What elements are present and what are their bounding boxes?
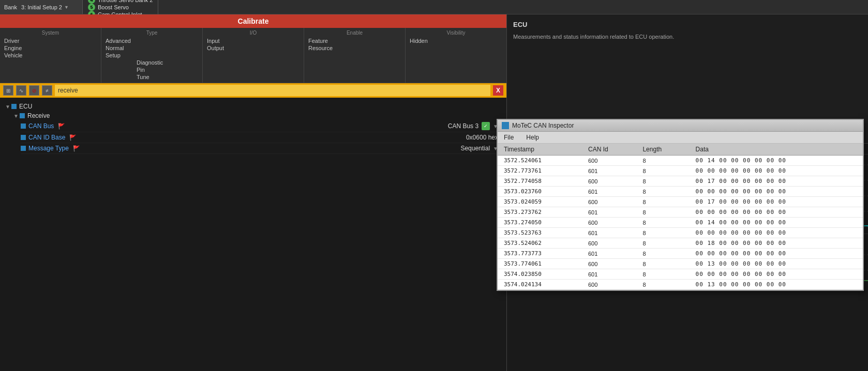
filter-diagnostic[interactable]: Diagnostic	[137, 59, 198, 66]
table-row[interactable]: 3574.023850 601 8 00 00 00 00 00 00 00 0…	[498, 269, 863, 280]
filter-normal[interactable]: Normal	[106, 44, 198, 52]
filter-driver[interactable]: Driver	[4, 37, 97, 44]
bank-dropdown[interactable]: Bank 3: Initial Setup 2 ▼	[0, 0, 83, 14]
type-header: Type	[106, 30, 198, 36]
cell-length-12: 8	[636, 280, 689, 290]
message-type-value: Sequential	[460, 145, 490, 152]
cell-timestamp-0: 3572.524061	[498, 156, 582, 166]
cell-data-1: 00 00 00 00 00 00 00 00	[690, 166, 863, 176]
col-timestamp: Timestamp	[498, 144, 582, 156]
filter-hidden[interactable]: Hidden	[410, 37, 502, 44]
filter-row: System Driver Engine Vehicle Type Advanc…	[0, 28, 506, 83]
receive-tree-icon	[20, 113, 25, 118]
cell-length-9: 8	[636, 249, 689, 259]
tree-row-can-id-base[interactable]: CAN ID Base 🚩 0x0600 hex	[21, 132, 502, 143]
col-can-id: CAN Id	[582, 144, 636, 156]
receive-label: Receive	[27, 112, 50, 119]
cell-timestamp-1: 3572.773761	[498, 166, 582, 176]
dropdown-value: 3: Initial Setup 2	[21, 4, 62, 10]
filter-enable: Enable Feature Resource	[304, 28, 406, 83]
cell-canid-8: 600	[582, 238, 636, 249]
ecu-panel-description: Measurements and status information rela…	[513, 33, 862, 41]
table-row[interactable]: 3573.774061 600 8 00 13 00 00 00 00 00 0…	[498, 259, 863, 269]
ecu-label: ECU	[19, 103, 32, 110]
table-row[interactable]: 3573.524062 600 8 00 18 00 00 00 00 00 0…	[498, 238, 863, 249]
filter-feature[interactable]: Feature	[308, 37, 401, 44]
filter-output[interactable]: Output	[207, 44, 300, 52]
tree-row-message-type[interactable]: Message Type 🚩 Sequential ▼	[21, 143, 502, 154]
visibility-header: Visibility	[410, 30, 502, 36]
table-row[interactable]: 3574.024134 600 8 00 13 00 00 00 00 00 0…	[498, 280, 863, 290]
cell-timestamp-12: 3574.024134	[498, 280, 582, 290]
table-row[interactable]: 3573.024059 600 8 00 17 00 00 00 00 00 0…	[498, 197, 863, 207]
can-bus-label[interactable]: CAN Bus	[28, 122, 54, 130]
tree-area: ▼ ECU ▼ Receive CAN Bus	[0, 98, 506, 371]
cell-canid-12: 600	[582, 280, 636, 290]
search-input[interactable]	[55, 85, 490, 96]
tree-row-right3: Sequential ▼	[460, 145, 498, 152]
top-nav: Bank 3: Initial Setup 2 ▼ 2Throttle Peda…	[0, 0, 868, 14]
table-row[interactable]: 3572.524061 600 8 00 14 00 00 00 00 00 0…	[498, 156, 863, 166]
enable-header: Enable	[308, 30, 401, 36]
filter-setup[interactable]: Setup	[106, 52, 198, 59]
can-inspector-titlebar: MoTeC CAN Inspector	[498, 120, 863, 132]
cell-timestamp-5: 3573.273762	[498, 207, 582, 218]
dropdown-arrow-icon: ▼	[64, 5, 69, 10]
table-row[interactable]: 3573.773773 601 8 00 00 00 00 00 00 00 0…	[498, 249, 863, 259]
can-id-base-label[interactable]: CAN ID Base	[28, 134, 65, 141]
cell-canid-9: 601	[582, 249, 636, 259]
cell-data-0: 00 14 00 00 00 00 00 00	[690, 156, 863, 166]
cell-length-3: 8	[636, 187, 689, 197]
table-row[interactable]: 3572.773761 601 8 00 00 00 00 00 00 00 0…	[498, 166, 863, 176]
can-inspector-menubar: File Help	[498, 132, 863, 144]
nav-tab-boost-servo[interactable]: 5Boost Servo	[83, 4, 158, 11]
cell-timestamp-3: 3573.023760	[498, 187, 582, 197]
filter-input[interactable]: Input	[207, 37, 300, 44]
cell-data-12: 00 13 00 00 00 00 00 00	[690, 280, 863, 290]
can-bus-status: ✓	[482, 122, 490, 130]
table-row[interactable]: 3573.273762 601 8 00 00 00 00 00 00 00 0…	[498, 207, 863, 218]
ecu-tree-icon	[11, 104, 17, 109]
filter-resource[interactable]: Resource	[308, 44, 401, 52]
cell-canid-3: 601	[582, 187, 636, 197]
table-row[interactable]: 3573.023760 601 8 00 00 00 00 00 00 00 0…	[498, 187, 863, 197]
table-row[interactable]: 3572.774058 600 8 00 17 00 00 00 00 00 0…	[498, 176, 863, 187]
search-clear-button[interactable]: X	[493, 85, 503, 96]
can-inspector-title: MoTeC CAN Inspector	[512, 122, 574, 129]
cell-timestamp-2: 3572.774058	[498, 176, 582, 187]
search-stop-icon[interactable]: ⊘	[29, 85, 39, 96]
cell-length-0: 8	[636, 156, 689, 166]
tree-receive[interactable]: ▼ Receive	[12, 111, 502, 120]
search-notequal-icon[interactable]: ≠	[42, 85, 52, 96]
bank-label: Bank	[4, 4, 17, 10]
table-row[interactable]: 3573.523763 601 8 00 00 00 00 00 00 00 0…	[498, 228, 863, 238]
filter-advanced[interactable]: Advanced	[106, 37, 198, 44]
search-wave-icon[interactable]: ∿	[16, 85, 26, 96]
table-row[interactable]: 3573.274050 600 8 00 14 00 00 00 00 00 0…	[498, 218, 863, 228]
filter-vehicle[interactable]: Vehicle	[4, 52, 97, 59]
can-bus-icon	[21, 123, 26, 129]
can-menu-help[interactable]: Help	[524, 133, 541, 142]
filter-tune[interactable]: Tune	[137, 73, 198, 81]
system-header: System	[4, 30, 97, 36]
cell-data-11: 00 00 00 00 00 00 00 00	[690, 269, 863, 280]
cell-length-8: 8	[636, 238, 689, 249]
cell-timestamp-4: 3573.024059	[498, 197, 582, 207]
tree-root-ecu[interactable]: ▼ ECU	[4, 102, 502, 111]
can-menu-file[interactable]: File	[502, 133, 516, 142]
can-id-icon	[21, 135, 26, 140]
cell-data-7: 00 00 00 00 00 00 00 00	[690, 228, 863, 238]
filter-visibility: Visibility Hidden	[406, 28, 506, 83]
cell-timestamp-11: 3574.023850	[498, 269, 582, 280]
cell-data-10: 00 13 00 00 00 00 00 00	[690, 259, 863, 269]
search-view-icon[interactable]: ⊞	[3, 85, 13, 96]
cell-length-1: 8	[636, 166, 689, 176]
cell-canid-0: 600	[582, 156, 636, 166]
tree-row-can-bus[interactable]: CAN Bus 🚩 CAN Bus 3 ✓ ▼	[21, 120, 502, 132]
filter-pin[interactable]: Pin	[137, 66, 198, 73]
message-type-label[interactable]: Message Type	[28, 145, 69, 152]
filter-system: System Driver Engine Vehicle	[0, 28, 101, 83]
filter-engine[interactable]: Engine	[4, 44, 97, 52]
cell-length-7: 8	[636, 228, 689, 238]
cell-data-8: 00 18 00 00 00 00 00 00	[690, 238, 863, 249]
